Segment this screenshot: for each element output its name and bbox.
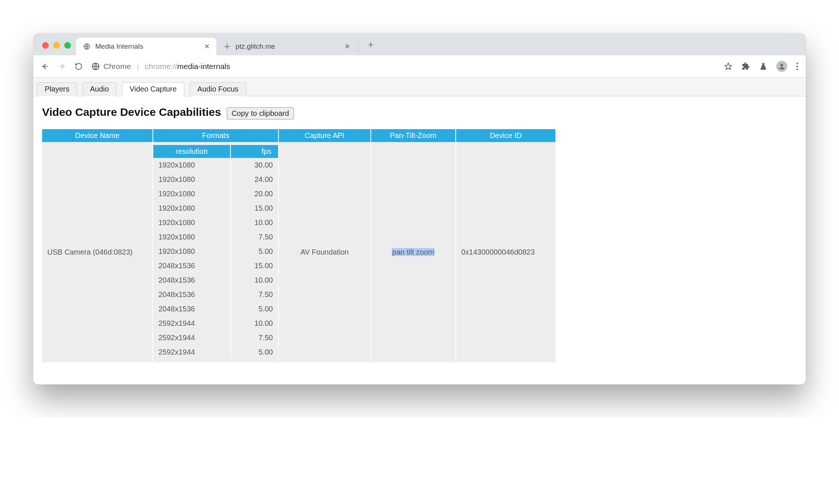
- page-tab-audio[interactable]: Audio: [82, 82, 117, 96]
- format-row: 2048x153610.00: [153, 273, 278, 287]
- format-resolution: 2592x1944: [153, 316, 230, 331]
- format-row: 1920x108015.00: [153, 201, 278, 215]
- address-separator: |: [135, 62, 141, 71]
- browser-tab-media-internals[interactable]: Media Internals ✕: [76, 38, 216, 55]
- format-resolution: 2592x1944: [153, 345, 230, 359]
- page-tab-audio-focus[interactable]: Audio Focus: [189, 82, 246, 96]
- format-fps: 5.00: [230, 345, 278, 359]
- format-fps: 5.00: [230, 244, 278, 259]
- address-origin: Chrome: [103, 62, 131, 71]
- cell-ptz: pan tilt zoom: [371, 142, 456, 362]
- svg-point-7: [797, 65, 798, 67]
- tab-strip: Media Internals ✕ ptz.glitch.me ✕ ＋: [33, 33, 806, 55]
- col-device-name[interactable]: Device Name: [42, 129, 153, 142]
- format-resolution: 2048x1536: [153, 259, 230, 273]
- svg-point-8: [797, 68, 798, 70]
- tab-title: ptz.glitch.me: [236, 42, 340, 51]
- format-fps: 30.00: [230, 158, 278, 172]
- page-tab-bar: Players Audio Video Capture Audio Focus: [33, 77, 806, 96]
- format-resolution: 1920x1080: [153, 244, 230, 259]
- col-formats[interactable]: Formats: [153, 129, 278, 142]
- format-row: 1920x108020.00: [153, 187, 278, 201]
- tab-close-icon[interactable]: ✕: [345, 42, 350, 51]
- window-controls: [38, 42, 76, 55]
- window-minimize-button[interactable]: [53, 42, 60, 49]
- format-fps: 7.50: [230, 230, 278, 244]
- formats-header-resolution: resolution: [153, 145, 230, 158]
- svg-point-6: [797, 62, 798, 64]
- tab-separator: [358, 41, 359, 52]
- format-row: 2048x153615.00: [153, 259, 278, 273]
- format-resolution: 1920x1080: [153, 187, 230, 201]
- format-row: 2048x15367.50: [153, 287, 278, 302]
- window-maximize-button[interactable]: [64, 42, 71, 49]
- page-title: Video Capture Device Capabilities: [42, 106, 221, 118]
- format-resolution: 1920x1080: [153, 172, 230, 187]
- copy-to-clipboard-button[interactable]: Copy to clipboard: [227, 107, 294, 120]
- browser-window: Media Internals ✕ ptz.glitch.me ✕ ＋: [33, 33, 806, 384]
- capabilities-table: Device Name Formats Capture API Pan-Tilt…: [42, 129, 555, 362]
- address-scheme: chrome://: [145, 62, 177, 70]
- svg-point-5: [781, 64, 783, 66]
- format-row: 2592x194410.00: [153, 316, 278, 331]
- format-resolution: 1920x1080: [153, 230, 230, 244]
- format-fps: 24.00: [230, 172, 278, 187]
- format-fps: 10.00: [230, 316, 278, 331]
- format-fps: 7.50: [230, 287, 278, 302]
- page-tab-players[interactable]: Players: [37, 82, 77, 96]
- extensions-icon[interactable]: [742, 62, 750, 71]
- format-row: 2592x19445.00: [153, 345, 278, 359]
- kebab-menu-icon[interactable]: [796, 62, 798, 70]
- crosshair-icon: [223, 42, 231, 51]
- globe-icon: [83, 42, 91, 51]
- site-info-icon[interactable]: [92, 62, 100, 70]
- cell-capture-api: AV Foundation: [278, 142, 371, 362]
- format-row: 1920x10807.50: [153, 230, 278, 244]
- address-path: media-internals: [177, 62, 230, 70]
- format-row: 2592x19447.50: [153, 331, 278, 345]
- format-row: 1920x108010.00: [153, 215, 278, 230]
- labs-icon[interactable]: [759, 62, 767, 70]
- format-fps: 7.50: [230, 331, 278, 345]
- reload-button[interactable]: [75, 62, 84, 70]
- tab-title: Media Internals: [95, 42, 200, 51]
- format-resolution: 2048x1536: [153, 302, 230, 316]
- new-tab-button[interactable]: ＋: [360, 38, 381, 55]
- format-fps: 15.00: [230, 201, 278, 215]
- format-resolution: 1920x1080: [153, 215, 230, 230]
- forward-button[interactable]: [58, 62, 67, 71]
- format-resolution: 2592x1944: [153, 331, 230, 345]
- svg-point-1: [226, 46, 228, 48]
- col-capture-api[interactable]: Capture API: [278, 129, 371, 142]
- col-device-id[interactable]: Device ID: [456, 129, 555, 142]
- browser-toolbar: Chrome | chrome://media-internals: [33, 55, 806, 77]
- cell-device-id: 0x14300000046d0823: [456, 142, 555, 362]
- bookmark-star-icon[interactable]: [724, 62, 733, 71]
- formats-header-fps: fps: [230, 145, 278, 158]
- format-fps: 10.00: [230, 215, 278, 230]
- tab-close-icon[interactable]: ✕: [204, 42, 210, 51]
- toolbar-actions: [724, 61, 798, 72]
- format-resolution: 2048x1536: [153, 287, 230, 302]
- profile-avatar[interactable]: [776, 61, 787, 72]
- ptz-highlight: pan tilt zoom: [392, 248, 434, 256]
- format-row: 1920x108030.00: [153, 158, 278, 172]
- cell-device-name: USB Camera (046d:0823): [42, 142, 153, 362]
- format-row: 2048x15365.00: [153, 302, 278, 316]
- page-tab-video-capture[interactable]: Video Capture: [122, 82, 185, 96]
- window-close-button[interactable]: [42, 42, 49, 49]
- col-ptz[interactable]: Pan-Tilt-Zoom: [371, 129, 456, 142]
- table-row: USB Camera (046d:0823)resolutionfps1920x…: [42, 142, 555, 362]
- format-fps: 20.00: [230, 187, 278, 201]
- format-fps: 5.00: [230, 302, 278, 316]
- back-button[interactable]: [41, 62, 50, 71]
- browser-tab-ptz[interactable]: ptz.glitch.me ✕: [216, 38, 357, 55]
- format-resolution: 1920x1080: [153, 158, 230, 172]
- format-row: 1920x10805.00: [153, 244, 278, 259]
- format-fps: 10.00: [230, 273, 278, 287]
- format-row: 1920x108024.00: [153, 172, 278, 187]
- address-bar[interactable]: Chrome | chrome://media-internals: [92, 62, 716, 71]
- cell-formats: resolutionfps1920x108030.001920x108024.0…: [153, 142, 278, 362]
- format-resolution: 1920x1080: [153, 201, 230, 215]
- page-content: Video Capture Device Capabilities Copy t…: [33, 96, 806, 384]
